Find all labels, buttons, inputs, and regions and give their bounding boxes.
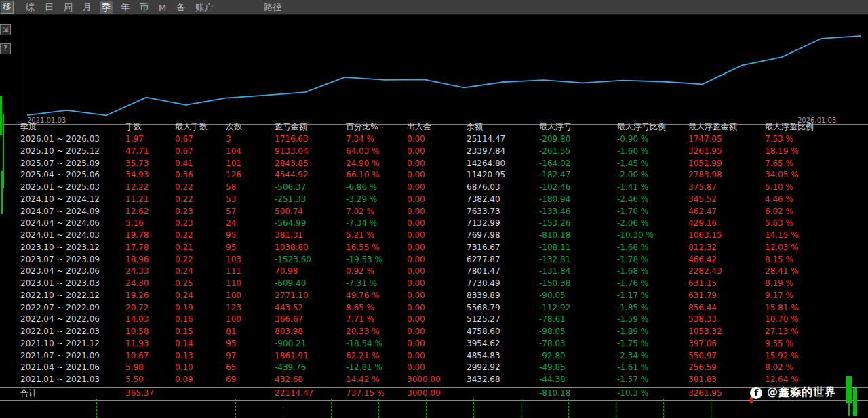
cell-最大手数: 0.24 — [175, 290, 226, 302]
table-row[interactable]: 2022.07 ~ 2022.0920.720.19123443.528.65 … — [0, 302, 868, 314]
cell-最大浮亏: -49.85 — [539, 362, 617, 374]
cell-季度: 2024.07 ~ 2024.09 — [20, 206, 125, 218]
cell-盈亏金额: 70.98 — [275, 266, 346, 278]
toolbar-item-路径[interactable]: 路径 — [264, 1, 281, 14]
cell-余额: 5568.79 — [467, 302, 539, 314]
cell-最大浮盈比例: 5.10 % — [765, 182, 868, 194]
cell-百分比%: 5.21 % — [346, 230, 407, 242]
cell-百分比%: 14.42 % — [346, 374, 407, 386]
toolbar-item-M[interactable]: M — [159, 3, 166, 13]
cell-最大浮盈比例: 6.02 % — [765, 206, 868, 218]
cell-出入金: 0.00 — [407, 266, 467, 278]
toolbar-item-月[interactable]: 月 — [83, 1, 92, 14]
cell-手数: 12.22 — [125, 182, 175, 194]
cell-次数: 3 — [226, 133, 275, 146]
cell-出入金: 0.00 — [407, 302, 467, 314]
cell-余额 — [467, 388, 539, 400]
cell-百分比%: 16.55 % — [346, 242, 407, 254]
cell-最大浮亏: -209.80 — [539, 133, 617, 146]
cell-最大浮亏: -182.47 — [539, 169, 617, 182]
cell-手数: 10.67 — [125, 350, 175, 362]
cell-次数: 95 — [226, 338, 275, 350]
table-row[interactable]: 2023.01 ~ 2023.0324.300.25110-609.40-7.3… — [0, 278, 868, 290]
table-row[interactable]: 2021.01 ~ 2021.035.500.0969432.6814.42 %… — [0, 374, 868, 386]
table-body: 2026.01 ~ 2026.031.970.6731716.637.34 %0… — [0, 133, 868, 386]
watermark: f @鑫淼的世界 — [750, 385, 836, 400]
cell-最大浮盈金额: 550.97 — [688, 350, 765, 362]
toolbar-item-周[interactable]: 周 — [64, 1, 73, 14]
cell-百分比%: 20.33 % — [346, 326, 407, 338]
cell-最大浮亏比例: -1.78 % — [617, 254, 688, 266]
cell-最大浮亏比例: -2.06 % — [617, 217, 688, 230]
table-total-row[interactable]: 合计365.3722114.47737.15 %3000.00-810.18-1… — [0, 388, 868, 400]
cell-最大手数: 0.36 — [175, 169, 226, 182]
cell-百分比%: -18.54 % — [346, 338, 407, 350]
cell-最大浮盈比例: 5.63 % — [765, 217, 868, 230]
cell-次数 — [226, 388, 275, 400]
move-button[interactable]: 移 — [1, 1, 14, 14]
table-row[interactable]: 2022.04 ~ 2022.0614.030.16100366.677.71 … — [0, 314, 868, 326]
cell-最大浮盈金额: 345.52 — [688, 194, 765, 206]
table-row[interactable]: 2024.07 ~ 2024.0912.620.2357500.747.02 %… — [0, 206, 868, 218]
cell-最大手数: 0.15 — [175, 326, 226, 338]
table-row[interactable]: 2024.01 ~ 2024.0319.780.2295381.315.21 %… — [0, 230, 868, 242]
cell-余额: 5125.27 — [467, 314, 539, 326]
table-row[interactable]: 2024.04 ~ 2024.065.160.2324-564.99-7.34 … — [0, 217, 868, 230]
cell-手数: 17.78 — [125, 242, 175, 254]
green-candle — [3, 114, 4, 188]
toolbar-item-综[interactable]: 综 — [26, 1, 35, 14]
cell-最大浮亏: -261.55 — [539, 146, 617, 158]
toolbar-item-日[interactable]: 日 — [45, 1, 54, 14]
cell-次数: 110 — [226, 278, 275, 290]
cell-最大浮亏比例: -1.68 % — [617, 242, 688, 254]
cell-盈亏金额: 1038.80 — [275, 242, 346, 254]
cell-百分比%: 7.02 % — [346, 206, 407, 218]
cell-出入金: 0.00 — [407, 182, 467, 194]
cell-出入金: 0.00 — [407, 242, 467, 254]
grid-dash — [235, 399, 236, 418]
table-row[interactable]: 2025.07 ~ 2025.0935.730.411012843.8524.9… — [0, 158, 868, 170]
cell-最大浮盈金额: 397.06 — [688, 338, 765, 350]
cell-季度: 2022.10 ~ 2022.12 — [20, 290, 125, 302]
cell-百分比%: -12.81 % — [346, 362, 407, 374]
cell-最大浮亏比例: -2.46 % — [617, 194, 688, 206]
equity-chart-panel: 2021.01.03 2026.01.03 — [0, 15, 868, 110]
table-row[interactable]: 2023.07 ~ 2023.0918.960.22103-1523.60-19… — [0, 254, 868, 266]
cell-最大浮亏比例: -1.68 % — [617, 266, 688, 278]
cell-出入金: 0.00 — [407, 169, 467, 182]
cell-最大浮亏: -112.92 — [539, 302, 617, 314]
cell-最大浮盈金额: 812.32 — [688, 242, 765, 254]
table-row[interactable]: 2025.10 ~ 2025.1247.710.671049133.0464.0… — [0, 146, 868, 158]
cell-次数: 111 — [226, 266, 275, 278]
toolbar-item-年[interactable]: 年 — [121, 1, 130, 14]
table-row[interactable]: 2025.01 ~ 2025.0312.220.2258-506.37-6.86… — [0, 182, 868, 194]
cell-最大浮盈比例: 8.15 % — [765, 254, 868, 266]
table-row[interactable]: 2024.10 ~ 2024.1211.210.2253-251.33-3.29… — [0, 194, 868, 206]
header-最大手数: 最大手数 — [175, 120, 226, 133]
table-row[interactable]: 2021.07 ~ 2021.0910.670.13971861.9162.21… — [0, 350, 868, 362]
table-row[interactable]: 2023.04 ~ 2023.0624.330.2411170.980.92 %… — [0, 266, 868, 278]
table-row[interactable]: 2022.10 ~ 2022.1219.260.241002771.1049.7… — [0, 290, 868, 302]
toolbar-item-币[interactable]: 币 — [140, 1, 149, 14]
cell-次数: 97 — [226, 350, 275, 362]
cell-盈亏金额: 500.74 — [275, 206, 346, 218]
toolbar-item-季[interactable]: 季 — [100, 1, 113, 14]
table-row[interactable]: 2022.01 ~ 2022.0310.580.1581803.9820.33 … — [0, 326, 868, 338]
cell-最大浮亏: -810.18 — [539, 230, 617, 242]
cell-余额: 25114.47 — [467, 133, 539, 146]
green-candle — [0, 96, 2, 135]
cell-最大浮盈金额: 381.83 — [688, 374, 765, 386]
cell-次数: 95 — [226, 230, 275, 242]
cell-盈亏金额: 2843.85 — [275, 158, 346, 170]
table-row[interactable]: 2023.10 ~ 2023.1217.780.21951038.8016.55… — [0, 242, 868, 254]
cell-最大浮亏: -44.38 — [539, 374, 617, 386]
table-row[interactable]: 2026.01 ~ 2026.031.970.6731716.637.34 %0… — [0, 133, 868, 146]
table-row[interactable]: 2021.10 ~ 2021.1211.930.1495-900.21-18.5… — [0, 338, 868, 350]
toolbar-item-账户[interactable]: 账户 — [195, 1, 213, 14]
cell-次数: 24 — [226, 217, 275, 230]
toolbar-item-备[interactable]: 备 — [176, 1, 185, 14]
cell-余额: 11420.95 — [467, 169, 539, 182]
cell-手数: 10.58 — [125, 326, 175, 338]
table-row[interactable]: 2021.04 ~ 2021.065.980.1065-439.76-12.81… — [0, 362, 868, 374]
table-row[interactable]: 2025.04 ~ 2025.0634.930.361264544.9266.1… — [0, 169, 868, 182]
